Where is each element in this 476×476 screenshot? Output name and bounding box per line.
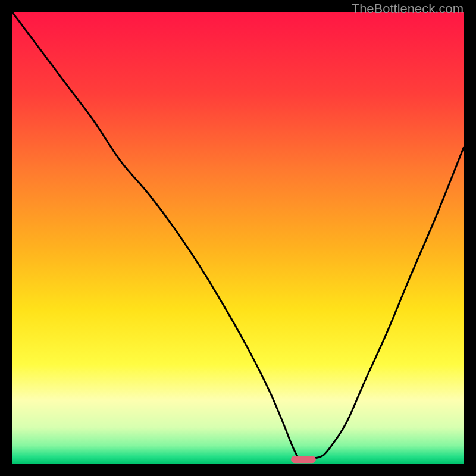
gradient-background (12, 12, 464, 464)
optimal-zone-marker (291, 456, 316, 463)
chart-area (12, 12, 464, 464)
bottleneck-chart (12, 12, 464, 464)
watermark-text: TheBottleneck.com (352, 1, 464, 17)
